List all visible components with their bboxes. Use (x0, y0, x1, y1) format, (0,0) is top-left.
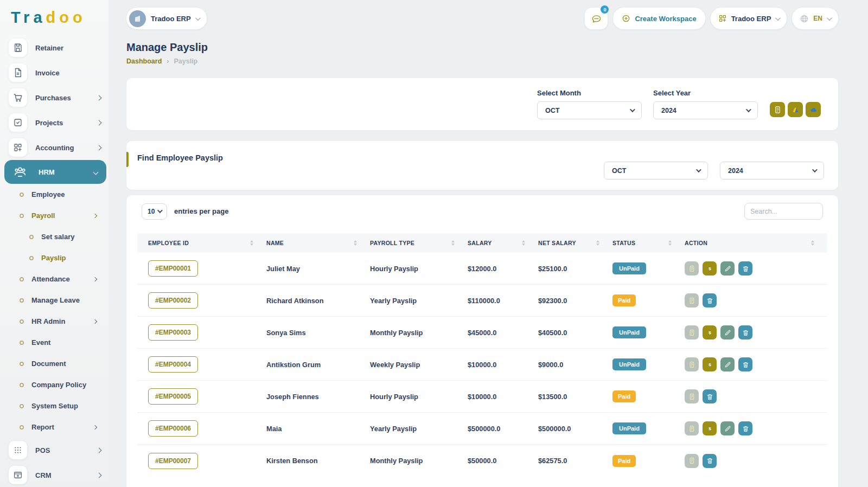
pay-button[interactable]: $ (703, 357, 717, 371)
sort-icon[interactable] (596, 240, 599, 246)
erp-workspace-button[interactable]: Tradoo ERP (711, 8, 787, 29)
net-salary: $500000.0 (538, 425, 612, 433)
language-selector[interactable]: EN (792, 8, 838, 29)
people-gear-icon (10, 162, 30, 182)
find-month-value: OCT (612, 167, 626, 175)
delete-button[interactable] (703, 389, 717, 403)
sort-icon[interactable] (811, 240, 814, 246)
google-drive-button[interactable] (788, 102, 803, 117)
delete-button[interactable] (738, 421, 752, 435)
employee-id-badge[interactable]: #EMP00002 (148, 292, 198, 309)
column-header-employee-id[interactable]: EMPLOYEE ID (137, 240, 266, 246)
sidebar-item-employee[interactable]: Employee (0, 184, 108, 205)
edit-button[interactable] (720, 421, 735, 435)
view-payslip-button[interactable] (685, 421, 699, 435)
view-payslip-button[interactable] (685, 357, 699, 371)
delete-button[interactable] (738, 261, 752, 275)
employee-id-badge[interactable]: #EMP00001 (148, 260, 198, 277)
sidebar-item-invoice[interactable]: Invoice (0, 60, 108, 85)
sidebar-item-purchases[interactable]: Purchases (0, 85, 108, 110)
sort-icon[interactable] (250, 240, 253, 246)
sort-icon[interactable] (668, 240, 672, 246)
view-payslip-button[interactable] (685, 325, 699, 339)
status-badge[interactable]: UnPaid (612, 358, 646, 370)
view-payslip-button[interactable] (685, 389, 699, 403)
employee-id-badge[interactable]: #EMP00007 (148, 453, 198, 469)
sidebar-item-accounting[interactable]: Accounting (0, 135, 108, 160)
delete-button[interactable] (703, 293, 717, 307)
column-header-name[interactable]: NAME (266, 240, 370, 246)
sidebar-item-hr-admin[interactable]: HR Admin (0, 311, 108, 332)
find-year-select[interactable]: 2024 (720, 162, 824, 180)
delete-button[interactable] (703, 454, 717, 468)
sidebar-item-attendance[interactable]: Attendance (0, 268, 108, 290)
status-badge[interactable]: Paid (612, 390, 636, 402)
sidebar-item-company-policy[interactable]: Company Policy (0, 374, 108, 395)
chevron-down-icon (812, 167, 818, 172)
edit-button[interactable] (720, 357, 735, 371)
dollar-icon: $ (706, 425, 713, 432)
sidebar-item-system-setup[interactable]: System Setup (0, 395, 108, 416)
edit-button[interactable] (720, 261, 735, 275)
breadcrumb-dashboard-link[interactable]: Dashboard (126, 57, 162, 65)
edit-button[interactable] (720, 325, 735, 339)
view-payslip-button[interactable] (685, 293, 699, 307)
status-badge[interactable]: UnPaid (612, 422, 646, 434)
view-payslip-button[interactable] (685, 454, 699, 468)
column-header-payroll-type[interactable]: PAYROLL TYPE (370, 240, 468, 246)
dollar-icon: $ (706, 329, 713, 336)
bullet-icon (20, 425, 24, 430)
month-year-filter-card: Select Month OCT Select Year 2024 (126, 78, 838, 130)
view-payslip-button[interactable] (685, 261, 699, 275)
chevron-right-icon (97, 145, 102, 150)
employee-id-badge[interactable]: #EMP00004 (148, 356, 198, 373)
net-salary: $62575.0 (538, 457, 612, 465)
sort-icon[interactable] (522, 240, 525, 246)
employee-id-badge[interactable]: #EMP00003 (148, 324, 198, 341)
sort-icon[interactable] (354, 240, 357, 246)
year-select[interactable]: 2024 (653, 101, 758, 119)
sidebar-item-retainer[interactable]: Retainer (0, 35, 108, 60)
column-header-net-salary[interactable]: NET SALARY (538, 240, 612, 246)
find-month-select[interactable]: OCT (604, 162, 708, 180)
status-badge[interactable]: UnPaid (612, 262, 646, 274)
column-header-action[interactable]: ACTION (685, 240, 827, 246)
messages-button[interactable]: 0 (585, 8, 608, 29)
search-input[interactable] (744, 203, 823, 220)
receipt-icon (688, 329, 695, 336)
row-actions: $ (685, 261, 827, 275)
delete-button[interactable] (738, 357, 752, 371)
pay-button[interactable]: $ (703, 421, 717, 435)
pay-button[interactable]: $ (703, 261, 717, 275)
sidebar-item-crm[interactable]: CRM (0, 463, 108, 487)
sidebar-item-document[interactable]: Document (0, 353, 108, 374)
sidebar-item-payroll[interactable]: Payroll (0, 205, 108, 226)
sort-icon[interactable] (451, 240, 455, 246)
dollar-icon: $ (706, 361, 713, 368)
sidebar-item-pos[interactable]: POS (0, 438, 108, 463)
column-header-salary[interactable]: SALARY (468, 240, 538, 246)
workspace-selector[interactable]: Tradoo ERP (126, 8, 207, 29)
export-payslip-button[interactable] (770, 102, 785, 117)
sidebar-item-set-salary[interactable]: Set salary (0, 226, 108, 247)
sidebar-item-report[interactable]: Report (0, 416, 108, 438)
sidebar-item-manage-leave[interactable]: Manage Leave (0, 290, 108, 311)
sidebar-item-event[interactable]: Event (0, 332, 108, 353)
column-header-status[interactable]: STATUS (612, 240, 685, 246)
status-badge[interactable]: Paid (612, 294, 636, 306)
sidebar-item-payslip[interactable]: Payslip (0, 247, 108, 268)
page-size-select[interactable]: 10 (142, 203, 167, 220)
month-select[interactable]: OCT (537, 101, 642, 119)
onedrive-button[interactable] (806, 102, 821, 117)
status-badge[interactable]: UnPaid (612, 326, 646, 338)
employee-id-badge[interactable]: #EMP00005 (148, 388, 198, 405)
pay-button[interactable]: $ (703, 325, 717, 339)
sidebar-item-hrm[interactable]: HRM (4, 160, 106, 184)
status-badge[interactable]: Paid (612, 455, 636, 467)
sidebar-item-label: Set salary (41, 233, 74, 241)
create-workspace-button[interactable]: Create Workspace (613, 8, 705, 29)
delete-button[interactable] (738, 325, 752, 339)
employee-id-badge[interactable]: #EMP00006 (148, 420, 198, 437)
net-salary: $92300.0 (538, 297, 612, 305)
sidebar-item-projects[interactable]: Projects (0, 110, 108, 135)
